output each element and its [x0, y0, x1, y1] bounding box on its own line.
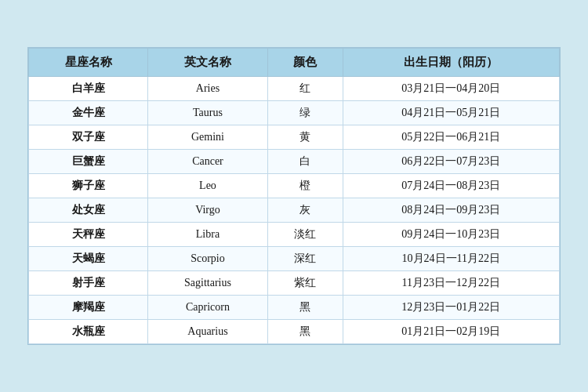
table-row: 巨蟹座Cancer白06月22日一07月23日: [29, 150, 560, 174]
cell-chinese-name: 双子座: [29, 125, 148, 150]
table-row: 金牛座Taurus绿04月21日一05月21日: [29, 101, 560, 125]
cell-date: 12月23日一01月22日: [343, 296, 559, 320]
zodiac-table: 星座名称 英文名称 颜色 出生日期（阳历） 白羊座Aries红03月21日一04…: [28, 48, 560, 344]
cell-color: 灰: [267, 198, 343, 223]
table-row: 双子座Gemini黄05月22日一06月21日: [29, 125, 560, 150]
cell-date: 07月24日一08月23日: [343, 174, 559, 198]
cell-color: 黑: [267, 296, 343, 320]
cell-english-name: Aquarius: [148, 320, 267, 344]
table-row: 天秤座Libra淡红09月24日一10月23日: [29, 223, 560, 247]
cell-color: 黄: [267, 125, 343, 150]
zodiac-table-container: 星座名称 英文名称 颜色 出生日期（阳历） 白羊座Aries红03月21日一04…: [27, 47, 561, 345]
header-chinese-name: 星座名称: [29, 49, 148, 77]
table-row: 处女座Virgo灰08月24日一09月23日: [29, 198, 560, 223]
header-color: 颜色: [267, 49, 343, 77]
cell-english-name: Scorpio: [148, 247, 267, 271]
cell-color: 黑: [267, 320, 343, 344]
cell-color: 紫红: [267, 271, 343, 296]
cell-chinese-name: 天蝎座: [29, 247, 148, 271]
cell-date: 11月23日一12月22日: [343, 271, 559, 296]
table-row: 射手座Sagittarius紫红11月23日一12月22日: [29, 271, 560, 296]
cell-color: 深红: [267, 247, 343, 271]
cell-english-name: Leo: [148, 174, 267, 198]
table-row: 摩羯座Capricorn黑12月23日一01月22日: [29, 296, 560, 320]
table-header-row: 星座名称 英文名称 颜色 出生日期（阳历）: [29, 49, 560, 77]
cell-date: 09月24日一10月23日: [343, 223, 559, 247]
cell-color: 白: [267, 150, 343, 174]
table-row: 天蝎座Scorpio深红10月24日一11月22日: [29, 247, 560, 271]
cell-date: 08月24日一09月23日: [343, 198, 559, 223]
header-date: 出生日期（阳历）: [343, 49, 559, 77]
cell-english-name: Capricorn: [148, 296, 267, 320]
cell-english-name: Sagittarius: [148, 271, 267, 296]
cell-date: 03月21日一04月20日: [343, 77, 559, 101]
cell-chinese-name: 白羊座: [29, 77, 148, 101]
cell-date: 10月24日一11月22日: [343, 247, 559, 271]
cell-english-name: Taurus: [148, 101, 267, 125]
cell-color: 红: [267, 77, 343, 101]
cell-english-name: Libra: [148, 223, 267, 247]
table-row: 白羊座Aries红03月21日一04月20日: [29, 77, 560, 101]
cell-date: 04月21日一05月21日: [343, 101, 559, 125]
cell-date: 05月22日一06月21日: [343, 125, 559, 150]
cell-chinese-name: 天秤座: [29, 223, 148, 247]
table-row: 狮子座Leo橙07月24日一08月23日: [29, 174, 560, 198]
table-row: 水瓶座Aquarius黑01月21日一02月19日: [29, 320, 560, 344]
cell-chinese-name: 射手座: [29, 271, 148, 296]
cell-chinese-name: 水瓶座: [29, 320, 148, 344]
table-body: 白羊座Aries红03月21日一04月20日金牛座Taurus绿04月21日一0…: [29, 77, 560, 344]
header-english-name: 英文名称: [148, 49, 267, 77]
cell-chinese-name: 摩羯座: [29, 296, 148, 320]
cell-english-name: Cancer: [148, 150, 267, 174]
cell-color: 淡红: [267, 223, 343, 247]
cell-date: 01月21日一02月19日: [343, 320, 559, 344]
cell-chinese-name: 狮子座: [29, 174, 148, 198]
cell-english-name: Gemini: [148, 125, 267, 150]
cell-color: 橙: [267, 174, 343, 198]
cell-chinese-name: 处女座: [29, 198, 148, 223]
cell-chinese-name: 金牛座: [29, 101, 148, 125]
cell-english-name: Virgo: [148, 198, 267, 223]
cell-color: 绿: [267, 101, 343, 125]
cell-date: 06月22日一07月23日: [343, 150, 559, 174]
cell-english-name: Aries: [148, 77, 267, 101]
cell-chinese-name: 巨蟹座: [29, 150, 148, 174]
